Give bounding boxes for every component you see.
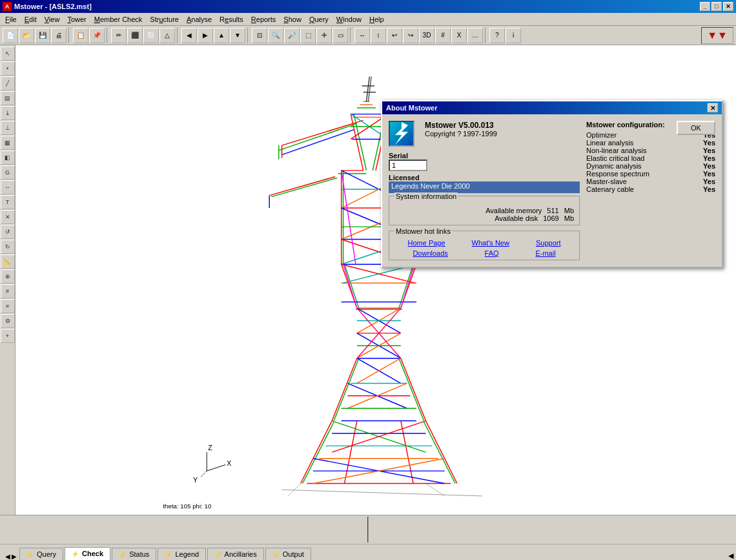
link-email[interactable]: E-mail <box>535 249 555 257</box>
svg-marker-110 <box>395 122 408 145</box>
svg-line-92 <box>288 484 300 496</box>
save-button[interactable]: 💾 <box>35 28 50 43</box>
copy-button[interactable]: 📋 <box>73 28 88 43</box>
tab-check[interactable]: ⚡ Check <box>65 547 110 560</box>
svg-line-23 <box>269 177 335 196</box>
menu-structure[interactable]: Structure <box>146 14 183 25</box>
menu-reports[interactable]: Reports <box>247 14 280 25</box>
lt-group[interactable]: G <box>1 165 15 180</box>
menu-member-check[interactable]: Member Check <box>90 14 147 25</box>
new-button[interactable]: 📄 <box>3 28 18 43</box>
open-button[interactable]: 📂 <box>19 28 34 43</box>
lt-snap[interactable]: ⊕ <box>1 269 15 284</box>
config-val: Yes <box>703 170 715 178</box>
svg-line-12 <box>354 114 366 171</box>
zoom-box[interactable]: ⬚ <box>300 28 316 43</box>
tab-status[interactable]: ⚡ Status <box>112 548 156 560</box>
move-tool[interactable]: ✛ <box>316 28 332 43</box>
svg-line-75 <box>301 421 332 484</box>
link-whatsnew[interactable]: What's New <box>472 239 509 247</box>
menu-results[interactable]: Results <box>216 14 247 25</box>
menu-show[interactable]: Show <box>280 14 305 25</box>
menu-view[interactable]: View <box>41 14 64 25</box>
about-title-text: About Mstower <box>386 104 437 112</box>
tool2[interactable]: ⬛ <box>127 28 143 43</box>
tabs-area: ◀ ▶ ⚡ Query ⚡ Check ⚡ Status ⚡ Legend ⚡ … <box>0 544 736 560</box>
axis-group: Z X Y <box>193 444 231 483</box>
maximize-button[interactable]: □ <box>711 2 722 11</box>
info-btn[interactable]: i <box>506 28 521 43</box>
paste-button[interactable]: 📌 <box>89 28 105 43</box>
rotate3[interactable]: ↩ <box>387 28 402 43</box>
nav-down[interactable]: ▼ <box>230 28 245 43</box>
lt-select[interactable]: ↖ <box>1 47 15 61</box>
view-x[interactable]: X <box>451 28 467 43</box>
lt-member[interactable]: ╱ <box>1 76 15 90</box>
view-num[interactable]: # <box>435 28 451 43</box>
zoom-fit[interactable]: ⊡ <box>252 28 267 43</box>
zoom-in[interactable]: 🔍 <box>268 28 283 43</box>
menu-window[interactable]: Window <box>332 14 365 25</box>
config-val: Yes <box>703 139 715 147</box>
about-close-button[interactable]: ✕ <box>708 103 718 112</box>
print-button[interactable]: 🖨 <box>51 28 66 43</box>
sep5 <box>350 28 353 43</box>
close-button[interactable]: ✕ <box>723 2 733 11</box>
link-downloads[interactable]: Downloads <box>413 249 447 257</box>
lt-constraint[interactable]: ⊥ <box>1 121 15 135</box>
lt-undo[interactable]: ↺ <box>1 225 15 239</box>
nav-prev[interactable]: ◀ <box>181 28 197 43</box>
minimize-button[interactable]: _ <box>700 2 710 11</box>
help-btn[interactable]: ? <box>489 28 505 43</box>
tab-legend[interactable]: ⚡ Legend <box>158 548 206 560</box>
tab-ancillaries[interactable]: ⚡ Ancillaries <box>207 548 264 560</box>
config-key: Dynamic analysis <box>586 162 642 170</box>
view-more[interactable]: … <box>467 28 483 43</box>
menu-analyse[interactable]: Analyse <box>183 14 216 25</box>
lt-load[interactable]: ⤓ <box>1 106 15 120</box>
lt-dim[interactable]: ↔ <box>1 180 15 194</box>
tab-scroll-end[interactable]: ◀ <box>728 552 733 560</box>
about-left: Mstower V5.00.013 Copyright ? 1997-1999 … <box>389 121 580 260</box>
memory-unit: Mb <box>564 207 574 214</box>
nav-up[interactable]: ▲ <box>214 28 229 43</box>
tool3[interactable]: ⬜ <box>143 28 159 43</box>
lt-face[interactable]: ◧ <box>1 150 15 165</box>
tab-output[interactable]: ⚡ Output <box>265 548 311 560</box>
view3d[interactable]: 3D <box>419 28 434 43</box>
rotate2[interactable]: ↕ <box>371 28 386 43</box>
tool1[interactable]: ✏ <box>111 28 127 43</box>
select-tool[interactable]: ▭ <box>332 28 348 43</box>
ok-button[interactable]: OK <box>677 121 715 135</box>
tab-query[interactable]: ⚡ Query <box>19 548 63 560</box>
menu-help[interactable]: Help <box>365 14 388 25</box>
lt-properties[interactable]: ⚙ <box>1 314 15 328</box>
lt-text[interactable]: T <box>1 195 15 209</box>
lt-measure[interactable]: 📐 <box>1 254 15 269</box>
zoom-out[interactable]: 🔎 <box>284 28 300 43</box>
lt-layers[interactable]: ≡ <box>1 299 15 313</box>
lt-section[interactable]: ▤ <box>1 91 15 105</box>
tab-scroll-right[interactable]: ▶ <box>12 553 17 560</box>
lt-extra[interactable]: + <box>1 329 15 343</box>
memory-row: Available memory 511 Mb <box>394 207 574 214</box>
config-row: Non-linear analysisYes <box>586 147 715 154</box>
tool4[interactable]: △ <box>159 28 175 43</box>
lt-redo[interactable]: ↻ <box>1 240 15 254</box>
rotate1[interactable]: ↔ <box>354 28 370 43</box>
link-support[interactable]: Support <box>536 239 561 247</box>
lt-delete[interactable]: ✕ <box>1 210 15 224</box>
nav-next[interactable]: ▶ <box>198 28 213 43</box>
lt-node[interactable]: • <box>1 61 15 76</box>
link-homepage[interactable]: Home Page <box>408 239 445 247</box>
rotate4[interactable]: ↪ <box>403 28 418 43</box>
menu-edit[interactable]: Edit <box>21 14 41 25</box>
menu-query[interactable]: Query <box>305 14 332 25</box>
menu-tower[interactable]: Tower <box>63 14 90 25</box>
menu-file[interactable]: File <box>1 14 21 25</box>
lt-panel[interactable]: ▦ <box>1 136 15 150</box>
lt-grid[interactable]: # <box>1 284 15 298</box>
link-faq[interactable]: FAQ <box>485 249 499 257</box>
config-row: Linear analysisYes <box>586 139 715 147</box>
tab-scroll-left[interactable]: ◀ <box>5 553 10 560</box>
